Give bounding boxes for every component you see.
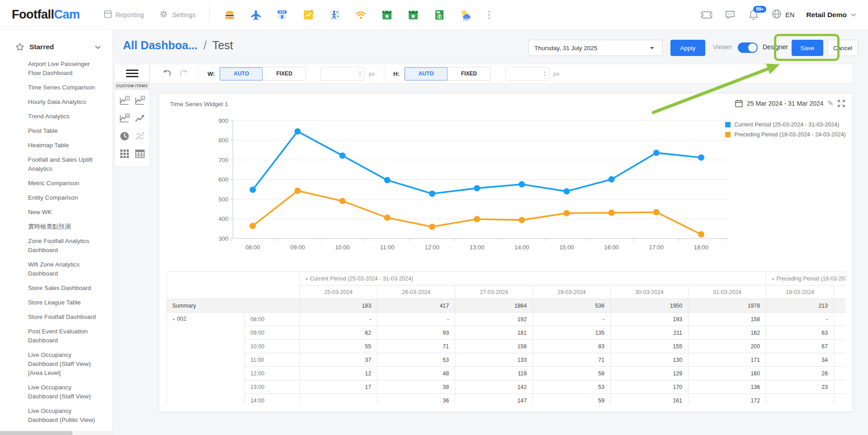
sidebar-item[interactable]: Hourly Data Analytics [28, 98, 99, 107]
width-fixed-button[interactable]: FIXED [263, 67, 306, 80]
sidebar-item[interactable]: Wifi Zone Analytics Dashboard [28, 260, 99, 278]
table-cell [834, 367, 846, 380]
sidebar-item[interactable]: Pivot Table [28, 126, 99, 136]
sidebar-item[interactable]: Live Occupancy Dashboard (Public View) [28, 407, 99, 425]
starred-section-header[interactable]: Starred [0, 30, 113, 51]
wifi-icon[interactable] [354, 9, 367, 21]
scatter-plot-icon[interactable] [134, 131, 146, 142]
height-input[interactable] [506, 67, 541, 80]
table-cell: 59 [533, 394, 611, 405]
height-input-group: ▲▼ [505, 67, 549, 81]
grid-widget-icon[interactable] [119, 148, 130, 159]
sidebar-item[interactable]: Post Event Evaluation Dashboard [28, 327, 99, 345]
cash-register-icon[interactable] [433, 9, 446, 21]
legend-item[interactable]: Preceding Period (18-03-2024 - 24-03-202… [725, 131, 846, 138]
timeseries-d-chart-icon[interactable]: D [134, 95, 146, 107]
ticket-icon[interactable] [701, 9, 712, 21]
table-row: 14:003614759161172 [167, 394, 846, 405]
footfallcam-logo[interactable]: FootfallCam [12, 8, 80, 22]
sidebar-item[interactable]: Airport Live Passenger Flow Dashboard [28, 60, 99, 78]
legend-label: Preceding Period (18-03-2024 - 24-03-202… [734, 131, 846, 138]
flights-icon[interactable] [250, 9, 262, 21]
apply-button[interactable]: Apply [670, 40, 705, 56]
undo-icon[interactable] [162, 68, 172, 80]
legend-item[interactable]: Current Period (25-03-2024 - 31-03-2024) [725, 122, 846, 128]
cancel-button[interactable]: Cancel [827, 40, 858, 56]
svg-text:M: M [126, 114, 128, 117]
table-group-header[interactable]: ▾Current Period (25-03-2024 - 31-03-2024… [300, 272, 766, 285]
sidebar-item[interactable]: Time Series Comparison [28, 83, 99, 92]
sidebar-item[interactable]: 實時檢查點預測 [28, 222, 99, 231]
comment-icon[interactable] [724, 9, 736, 21]
date-picker[interactable]: Thursday, 31 July 2025 [528, 40, 663, 56]
custom-items-title: CUSTOM ITEMS [115, 82, 149, 90]
table-cell: 1950 [611, 299, 689, 313]
pedestrian-icon[interactable] [328, 9, 341, 21]
calendar-event-icon[interactable] [381, 9, 393, 21]
height-auto-button[interactable]: AUTO [405, 67, 448, 80]
pivot-table-container[interactable]: ▾Current Period (25-03-2024 - 31-03-2024… [166, 271, 846, 404]
width-auto-button[interactable]: AUTO [220, 67, 263, 80]
sidebar-item[interactable]: Zone Footfall Analytics Dashboard [28, 237, 99, 255]
table-cell: 162 [689, 326, 766, 340]
timeseries-chart[interactable]: 30040050060070080090008:0009:0010:0011:0… [166, 116, 731, 257]
table-cell: 135 [533, 326, 611, 340]
analytics-icon[interactable] [302, 9, 315, 21]
table-widget-icon[interactable] [134, 148, 146, 159]
bell-icon[interactable]: 99+ [748, 9, 760, 21]
table-cell: 133 [455, 353, 533, 367]
table-date-header: 29-03-2024 [533, 285, 611, 299]
breadcrumb-parent[interactable]: All Dashboa... [123, 39, 198, 51]
height-fixed-button[interactable]: FIXED [448, 67, 491, 80]
row-group-cell[interactable]: ▾002 [167, 313, 245, 405]
sidebar-item[interactable]: Metric Comparison [28, 179, 99, 188]
sidebar-item[interactable]: New WK [28, 208, 99, 217]
save-button[interactable]: Save [792, 40, 823, 56]
main-content: All Dashboa... / Test Thursday, 31 July … [113, 30, 868, 435]
sidebar-item[interactable]: Heatmap Table [28, 141, 99, 150]
sidebar-item[interactable]: Store Sales Dashboard [28, 284, 99, 293]
fullscreen-icon[interactable] [838, 100, 845, 107]
svg-text:12:00: 12:00 [425, 244, 440, 251]
redo-icon[interactable] [179, 68, 189, 80]
calendar-event-2-icon[interactable] [407, 9, 420, 21]
nav-settings[interactable]: Settings [159, 9, 195, 20]
breadcrumb-current: Test [212, 39, 233, 51]
table-date-header [834, 285, 846, 299]
menu-hamburger-icon[interactable] [126, 70, 138, 77]
sidebar-item[interactable]: Trend Analytics [28, 112, 99, 121]
sidebar-item[interactable]: Entity Comparison [28, 193, 99, 202]
weather-icon[interactable] [459, 9, 472, 21]
width-input[interactable] [321, 67, 356, 80]
edit-pencil-icon[interactable]: ✎ [828, 99, 834, 108]
timeseries-m-chart-icon[interactable]: M [119, 113, 130, 124]
width-stepper[interactable]: ▲▼ [356, 67, 364, 80]
table-cell: 147 [455, 394, 533, 405]
width-label: W: [208, 70, 215, 77]
sidebar-item[interactable]: Store League Table [28, 298, 99, 307]
sidebar-item[interactable]: Live Occupancy Dashboard (Staff View) [28, 383, 99, 401]
sidebar-item[interactable]: Live Occupancy Dashboard (Staff View) [A… [28, 351, 99, 378]
viewer-designer-toggle[interactable] [738, 42, 758, 53]
table-group-header[interactable]: ▾Preceding Period (18-03-2024 - 24 [766, 272, 846, 285]
burger-icon[interactable] [223, 9, 236, 21]
table-cell: 136 [689, 380, 766, 394]
table-date-header: 26-03-2024 [377, 285, 455, 299]
sidebar-item[interactable]: Footfall and Sales Uplift Analytics [28, 155, 99, 173]
time-cell: 11:00 [245, 353, 300, 367]
sidebar-item[interactable]: Store Footfall Dashboard [28, 313, 99, 322]
nav-reporting[interactable]: Reporting [104, 10, 144, 20]
chevron-down-icon [95, 45, 101, 49]
timeseries-t-chart-icon[interactable]: T [119, 95, 130, 107]
language-selector[interactable]: EN [771, 9, 794, 21]
table-cell: 536 [533, 299, 611, 313]
table-cell: 1864 [455, 299, 533, 313]
clock-icon[interactable] [119, 131, 130, 142]
account-menu[interactable]: Retail Demo [806, 11, 856, 19]
height-stepper[interactable]: ▲▼ [541, 67, 549, 80]
table-cell: 170 [611, 380, 689, 394]
trend-line-icon[interactable] [134, 113, 146, 124]
sidebar-horizontal-scrollbar[interactable] [0, 431, 113, 435]
store-icon[interactable] [276, 9, 288, 21]
overflow-menu-icon[interactable] [488, 11, 490, 19]
